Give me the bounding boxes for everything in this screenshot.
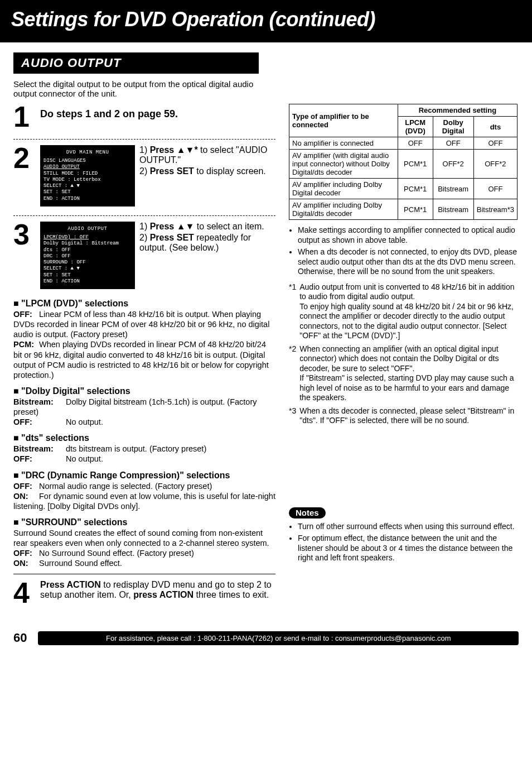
th-dts: dts: [473, 117, 517, 137]
osd-line: SURROUND : OFF: [43, 260, 132, 266]
option-label: Bitstream:: [13, 444, 66, 454]
step-number: 1: [13, 104, 40, 130]
option-label: ON:: [13, 558, 39, 568]
osd-line: DISC LANGUAGES: [43, 158, 132, 164]
selection-heading: "SURROUND" selections: [13, 517, 275, 528]
selection-heading: "dts" selections: [13, 433, 275, 444]
table-row: No amplifier is connected OFF OFF OFF: [289, 137, 518, 150]
divider: [13, 574, 275, 574]
step-number: 3: [13, 222, 40, 248]
footnote-3: *3 When a dts decoder is connected, plea…: [289, 406, 518, 426]
bullet-item: Turn off other surround effects when usi…: [298, 522, 518, 532]
page-title: Settings for DVD Operation (continued): [0, 0, 532, 42]
footnote-1: *1 Audio output from unit is converted t…: [289, 282, 518, 341]
selection-heading: "DRC (Dynamic Range Compression)" select…: [13, 470, 275, 481]
osd-title: DVD MAIN MENU: [43, 150, 132, 156]
notes-bullets: Turn off other surround effects when usi…: [289, 522, 518, 563]
osd-line: dts : OFF: [43, 247, 132, 253]
step-4: 4 Press ACTION to redisplay DVD menu and…: [13, 580, 275, 611]
table-row: AV amplifier (with digital audio input c…: [289, 150, 518, 179]
option-text: No Surround Sound effect. (Factory prese…: [39, 549, 194, 558]
osd-line: SET : SET: [43, 189, 132, 195]
osd-line: STILL MODE : FILED: [43, 171, 132, 177]
step-3-line-1: 1) Press ▲▼ to select an item.: [139, 222, 275, 232]
footer: 60 For assistance, please call : 1-800-2…: [0, 626, 532, 656]
option-text: Linear PCM of less than 48 kHz/16 bit is…: [13, 310, 269, 339]
option-label: OFF:: [13, 417, 66, 427]
assistance-bar: For assistance, please call : 1-800-211-…: [38, 631, 519, 645]
table-row: AV amplifier including Dolby Digital dec…: [289, 179, 518, 199]
option-text: Normal audio range is selected. (Factory…: [39, 482, 212, 491]
step-1: 1 Do steps 1 and 2 on page 59.: [13, 104, 275, 135]
divider: [13, 139, 275, 140]
option-label: OFF:: [13, 481, 39, 491]
option-label: Bitstream:: [13, 397, 66, 407]
step-4-text: Press ACTION to redisplay DVD menu and g…: [40, 580, 275, 600]
selection-heading: "Dolby Digital" selections: [13, 386, 275, 397]
osd-line: SELECT : ▲ ▼: [43, 266, 132, 272]
osd-main-menu: DVD MAIN MENU DISC LANGUAGES AUDIO OUTPU…: [40, 145, 135, 207]
page-number: 60: [13, 631, 27, 645]
intro-text: Select the digital output to be output f…: [13, 79, 275, 98]
option-text: Surround Sound effect.: [39, 559, 122, 568]
osd-line: Dolby Digital : Bitstream: [43, 241, 132, 247]
step-2-line-1: 1) Press ▲▼* to select "AUDIO OUTPUT.": [139, 145, 275, 165]
step-3: 3 AUDIO OUTPUT LPCM(DVD) : OFF Dolby Dig…: [13, 222, 275, 294]
step-number: 2: [13, 145, 40, 171]
option-label: OFF:: [13, 548, 39, 558]
bullet-item: Make settings according to amplifier con…: [298, 225, 518, 245]
option-label: PCM:: [13, 339, 39, 349]
th-lpcm: LPCM (DVD): [398, 117, 433, 137]
divider: [13, 215, 275, 216]
section-header-audio-output: AUDIO OUTPUT: [13, 52, 259, 74]
drc-selections: "DRC (Dynamic Range Compression)" select…: [13, 470, 275, 511]
osd-line: SET : SET: [43, 272, 132, 279]
osd-line: SELECT : ▲ ▼: [43, 183, 132, 189]
surround-selections: "SURROUND" selections Surround Sound cre…: [13, 517, 275, 569]
surround-intro: Surround Sound creates the effect of sou…: [13, 528, 275, 548]
footnote-2: *2 When connecting an amplifier (with an…: [289, 344, 518, 403]
option-text: No output.: [66, 417, 103, 426]
step-number: 4: [13, 580, 40, 606]
step-3-line-2: 2) Press SET repeatedly for output. (See…: [139, 233, 275, 253]
amplifier-table: Type of amplifier to be connected Recomm…: [289, 104, 518, 220]
option-label: OFF:: [13, 454, 66, 464]
option-text: When playing DVDs recorded in linear PCM…: [13, 340, 269, 379]
bullet-item: For optimum effect, the distance between…: [298, 534, 518, 563]
osd-line-selected: LPCM(DVD) : OFF: [43, 234, 132, 241]
step-2-line-2: 2) Press SET to display screen.: [139, 166, 275, 176]
dolby-selections: "Dolby Digital" selections Bitstream:Dol…: [13, 386, 275, 427]
dts-selections: "dts" selections Bitstream:dts bitstream…: [13, 433, 275, 464]
table-bullets: Make settings according to amplifier con…: [289, 225, 518, 277]
option-text: No output.: [66, 454, 103, 463]
selection-heading: "LPCM (DVD)" selections: [13, 298, 275, 309]
osd-line: END : ACTION: [43, 196, 132, 202]
footnotes: *1 Audio output from unit is converted t…: [289, 282, 518, 426]
table-row: AV amplifier including Dolby Digital/dts…: [289, 199, 518, 220]
option-label: ON:: [13, 491, 39, 501]
th-dolby: Dolby Digital: [433, 117, 473, 137]
th-recommended: Recommended setting: [398, 104, 517, 117]
notes-badge: Notes: [289, 507, 326, 518]
step-2: 2 DVD MAIN MENU DISC LANGUAGES AUDIO OUT…: [13, 145, 275, 211]
osd-line: TV MODE : Letterbox: [43, 177, 132, 183]
th-type: Type of amplifier to be connected: [289, 104, 398, 137]
osd-audio-output: AUDIO OUTPUT LPCM(DVD) : OFF Dolby Digit…: [40, 222, 135, 289]
osd-line: END : ACTION: [43, 279, 132, 285]
osd-line-selected: AUDIO OUTPUT: [43, 164, 132, 170]
option-label: OFF:: [13, 309, 39, 319]
osd-title: AUDIO OUTPUT: [43, 226, 132, 232]
osd-line: DRC : OFF: [43, 253, 132, 260]
option-text: dts bitstream is output. (Factory preset…: [66, 444, 206, 453]
option-text: For dynamic sound even at low volume, th…: [13, 492, 275, 511]
lpcm-selections: "LPCM (DVD)" selections OFF:Linear PCM o…: [13, 298, 275, 380]
step-1-text: Do steps 1 and 2 on page 59.: [40, 104, 178, 120]
bullet-item: When a dts decoder is not connected, to …: [298, 247, 518, 277]
